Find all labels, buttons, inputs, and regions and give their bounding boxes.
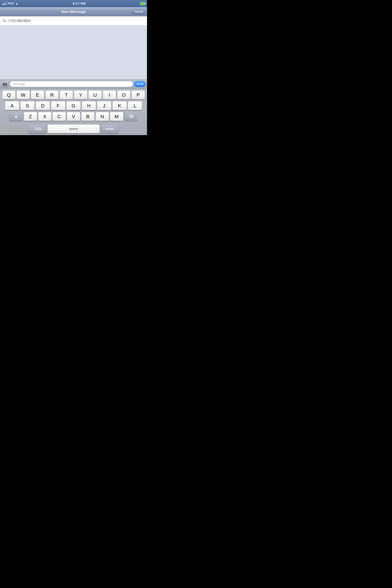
nav-bar: New iMessage Cancel — [0, 7, 147, 16]
key-e[interactable]: E — [31, 90, 44, 100]
key-b[interactable]: B — [81, 112, 94, 121]
svg-rect-3 — [4, 83, 5, 83]
keyboard-row-3: Z X C V B N M ⌫ — [1, 112, 146, 121]
signal-bars — [2, 2, 6, 5]
key-q[interactable]: Q — [2, 90, 16, 100]
bar4 — [5, 3, 6, 5]
send-button[interactable]: Send — [134, 81, 146, 87]
message-placeholder: iMessage — [12, 82, 25, 86]
bar2 — [3, 4, 4, 5]
key-v[interactable]: V — [67, 112, 80, 121]
delete-icon: ⌫ — [129, 115, 133, 118]
message-input[interactable]: iMessage — [10, 81, 133, 87]
keyboard-row-2: A S D F G H J K L — [1, 101, 146, 110]
key-w[interactable]: W — [16, 90, 30, 100]
status-time: 8:17 PM — [73, 2, 86, 5]
status-right: ⚡ — [140, 2, 145, 5]
key-z[interactable]: Z — [24, 112, 37, 121]
key-y[interactable]: Y — [74, 90, 88, 100]
keyboard-bottom-row-container: This is my nphone space .?123 space retu… — [1, 123, 146, 135]
key-k[interactable]: K — [112, 101, 127, 110]
key-t[interactable]: T — [60, 90, 73, 100]
key-x[interactable]: X — [38, 112, 52, 121]
message-area[interactable] — [0, 25, 147, 79]
status-left: AT&T ▲ — [2, 2, 18, 5]
shift-key[interactable] — [9, 112, 23, 121]
key-r[interactable]: R — [45, 90, 59, 100]
camera-icon — [2, 82, 7, 86]
wifi-icon: ▲ — [15, 2, 18, 5]
key-i[interactable]: I — [103, 90, 116, 100]
battery-bolt: ⚡ — [141, 2, 144, 5]
battery-icon: ⚡ — [140, 2, 145, 5]
key-h[interactable]: H — [82, 101, 96, 110]
input-bar: iMessage Send — [0, 79, 147, 89]
carrier-label: AT&T — [8, 2, 14, 5]
keyboard-row-4: .?123 space return — [1, 123, 146, 135]
to-field[interactable]: To: (732) 895-8604 — [0, 16, 147, 25]
to-number: (732) 895-8604 — [8, 19, 31, 23]
status-bar: AT&T ▲ 8:17 PM ⚡ — [0, 0, 147, 7]
bar1 — [2, 4, 2, 5]
key-m[interactable]: M — [110, 112, 123, 121]
delete-key[interactable]: ⌫ — [124, 112, 138, 121]
shift-icon — [14, 115, 18, 118]
svg-point-4 — [6, 84, 6, 84]
space-key[interactable]: space — [47, 124, 100, 133]
keyboard: Q W E R T Y U I O P A S D F G H J K L Z … — [0, 89, 147, 135]
key-o[interactable]: O — [117, 90, 130, 100]
key-g[interactable]: G — [66, 101, 81, 110]
key-l[interactable]: L — [128, 101, 142, 110]
to-label: To: — [2, 19, 7, 23]
camera-button[interactable] — [1, 80, 8, 88]
key-p[interactable]: P — [132, 90, 145, 100]
key-d[interactable]: D — [36, 101, 50, 110]
return-key[interactable]: return — [100, 124, 118, 133]
keyboard-row-1: Q W E R T Y U I O P — [1, 90, 146, 100]
key-s[interactable]: S — [20, 101, 35, 110]
key-c[interactable]: C — [52, 112, 66, 121]
nav-title: New iMessage — [61, 10, 86, 14]
key-j[interactable]: J — [97, 101, 112, 110]
key-n[interactable]: N — [96, 112, 109, 121]
numbers-key[interactable]: .?123 — [28, 124, 46, 133]
key-a[interactable]: A — [5, 101, 19, 110]
key-u[interactable]: U — [88, 90, 102, 100]
cancel-button[interactable]: Cancel — [132, 9, 145, 14]
bar5 — [6, 2, 6, 5]
bar3 — [4, 3, 4, 5]
svg-point-2 — [4, 84, 6, 85]
key-f[interactable]: F — [51, 101, 65, 110]
